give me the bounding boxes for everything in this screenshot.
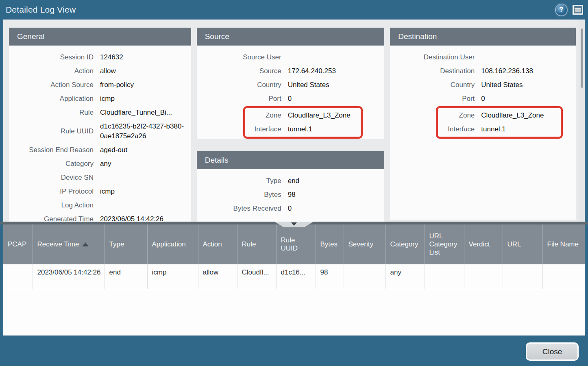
- destination-row-country: CountryUnited States: [390, 78, 576, 92]
- field-value: United States: [288, 78, 385, 92]
- dialog-footer: Close: [0, 336, 588, 366]
- close-button[interactable]: Close: [526, 342, 579, 361]
- destination-panel-header: Destination: [390, 28, 576, 46]
- field-label: Destination User: [390, 50, 475, 64]
- general-row-log-action: Log Action: [9, 198, 191, 212]
- destination-zone-highlight-box: ZoneCloudflare_L3_Zone Interfacetunnel.1: [436, 106, 563, 139]
- field-value: end: [288, 174, 385, 188]
- field-value: Cloudflare_Tunnel_Bi...: [100, 106, 191, 120]
- table-header-row: PCAP Receive Time Type Application Actio…: [3, 224, 585, 264]
- cell-severity: [344, 264, 385, 289]
- column-header-action[interactable]: Action: [198, 224, 237, 264]
- column-header-file-name[interactable]: File Name: [542, 224, 585, 264]
- column-header-bytes[interactable]: Bytes: [316, 224, 344, 264]
- dialog-title: Detailed Log View: [6, 5, 76, 15]
- column-header-type[interactable]: Type: [105, 224, 147, 264]
- general-row-rule: RuleCloudflare_Tunnel_Bi...: [9, 106, 191, 120]
- field-label: Type: [197, 174, 281, 188]
- help-icon[interactable]: ?: [556, 4, 567, 15]
- cell-action: allow: [198, 264, 237, 289]
- column-header-pcap[interactable]: PCAP: [3, 224, 33, 264]
- field-label: Zone: [438, 109, 475, 122]
- field-label: Device SN: [9, 171, 94, 185]
- field-label: Source User: [197, 50, 281, 64]
- column-header-verdict[interactable]: Verdict: [464, 224, 503, 264]
- field-value: 0: [481, 92, 576, 106]
- field-value: from-policy: [100, 78, 191, 92]
- field-value: tunnel.1: [481, 122, 561, 136]
- cell-rule-uuid: d1c16...: [276, 264, 316, 289]
- column-header-application[interactable]: Application: [147, 224, 198, 264]
- source-row-interface: Interfacetunnel.1: [245, 122, 361, 136]
- general-row-application: Applicationicmp: [9, 92, 191, 106]
- vertical-scrollbar-thumb[interactable]: [581, 28, 583, 88]
- column-header-category[interactable]: Category: [385, 224, 425, 264]
- field-value: [288, 50, 385, 64]
- general-row-ip-protocol: IP Protocolicmp: [9, 185, 191, 198]
- destination-panel: Destination Destination User Destination…: [390, 28, 576, 220]
- field-label: Country: [197, 78, 281, 92]
- field-value: 0: [288, 202, 385, 216]
- source-row-source: Source172.64.240.253: [197, 64, 385, 78]
- details-panel: Details Typeend Bytes98 Bytes Received0: [197, 151, 385, 222]
- source-zone-highlight-box: ZoneCloudflare_L3_Zone Interfacetunnel.1: [243, 106, 363, 139]
- general-row-session-id: Session ID124632: [9, 50, 191, 64]
- field-value: icmp: [100, 185, 191, 198]
- field-value: [100, 198, 191, 212]
- field-value: [100, 171, 191, 185]
- field-value: d1c16235-b2f2-4327-b380-0ae1875e2a26: [100, 122, 191, 141]
- cell-url-category-list: [425, 264, 464, 289]
- field-value: 172.64.240.253: [288, 64, 385, 78]
- field-value: icmp: [100, 92, 191, 106]
- field-value: aged-out: [100, 143, 191, 157]
- general-row-action-source: Action Sourcefrom-policy: [9, 78, 191, 92]
- column-header-rule[interactable]: Rule: [237, 224, 276, 264]
- source-row-source-user: Source User: [197, 50, 385, 64]
- field-value: 98: [288, 188, 385, 202]
- cell-application: icmp: [147, 264, 198, 289]
- column-header-severity[interactable]: Severity: [344, 224, 385, 264]
- general-row-session-end-reason: Session End Reasonaged-out: [9, 143, 191, 157]
- vertical-scrollbar[interactable]: [579, 20, 585, 222]
- field-label: Port: [197, 92, 281, 106]
- table-row[interactable]: 2023/06/05 14:42:26 end icmp allow Cloud…: [3, 264, 585, 289]
- field-value: 0: [288, 92, 385, 106]
- destination-row-destination-user: Destination User: [390, 50, 576, 64]
- field-label: Generated Time: [9, 212, 94, 222]
- chevron-down-icon: [291, 222, 297, 226]
- source-panel-header: Source: [197, 28, 385, 46]
- destination-row-port: Port0: [390, 92, 576, 106]
- field-value: [481, 50, 576, 64]
- field-label: Action Source: [9, 78, 94, 92]
- general-row-device-sn: Device SN: [9, 171, 191, 185]
- column-header-rule-uuid[interactable]: Rule UUID: [276, 224, 316, 264]
- destination-row-interface: Interfacetunnel.1: [438, 122, 561, 136]
- field-label: Source: [197, 64, 281, 78]
- field-label: Category: [9, 157, 94, 171]
- field-label: Interface: [245, 122, 281, 136]
- field-label: Action: [9, 64, 94, 78]
- field-label: IP Protocol: [9, 185, 94, 198]
- field-label: Application: [9, 92, 94, 106]
- field-value: any: [100, 157, 191, 171]
- cell-category: any: [385, 264, 425, 289]
- field-value: tunnel.1: [288, 122, 361, 136]
- field-label: Session End Reason: [9, 143, 94, 157]
- field-label: Bytes Received: [197, 202, 281, 216]
- destination-row-zone: ZoneCloudflare_L3_Zone: [438, 109, 561, 122]
- details-row-bytes: Bytes98: [197, 188, 385, 202]
- source-row-zone: ZoneCloudflare_L3_Zone: [245, 109, 361, 122]
- column-header-receive-time[interactable]: Receive Time: [33, 224, 105, 264]
- restore-window-icon[interactable]: [573, 5, 583, 15]
- column-header-url-category-list[interactable]: URL Category List: [425, 224, 464, 264]
- field-value: 108.162.236.138: [481, 64, 576, 78]
- field-label: Interface: [438, 122, 475, 136]
- source-row-port: Port0: [197, 92, 385, 106]
- column-header-url[interactable]: URL: [503, 224, 542, 264]
- details-row-bytes-received: Bytes Received0: [197, 202, 385, 216]
- column-header-label: Receive Time: [37, 240, 79, 248]
- field-label: Destination: [390, 64, 475, 78]
- source-panel: Source Source User Source172.64.240.253 …: [197, 28, 385, 139]
- sort-ascending-icon: [82, 242, 89, 246]
- cell-file-name: [542, 264, 585, 289]
